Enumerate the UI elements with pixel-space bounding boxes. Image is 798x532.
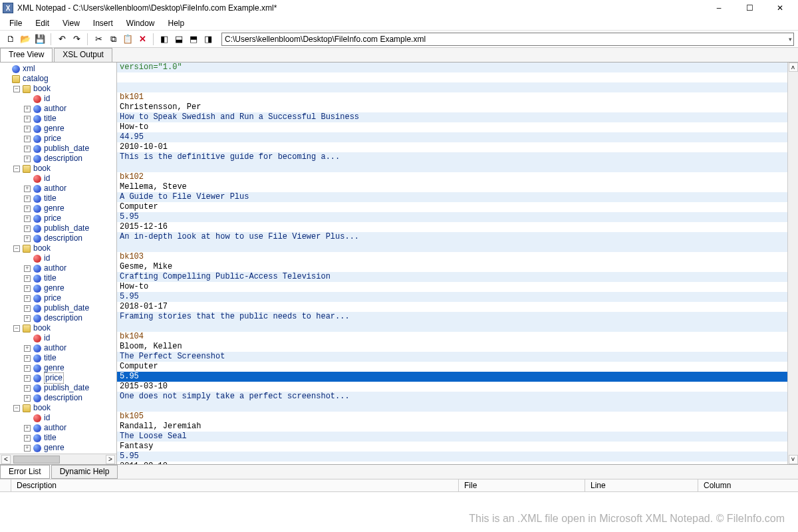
close-button[interactable]: ✕	[765, 0, 795, 16]
tree-node[interactable]: +description	[0, 233, 116, 243]
tree-node[interactable]: −book	[0, 403, 116, 413]
tree-node[interactable]: +price	[0, 293, 116, 303]
expander-icon[interactable]: +	[24, 205, 31, 212]
tree-node[interactable]: +title	[0, 353, 116, 363]
expander-icon[interactable]: +	[24, 136, 31, 142]
expander-icon[interactable]: +	[24, 445, 31, 452]
expander-icon[interactable]: +	[24, 275, 31, 282]
value-row[interactable]: The Loose Seal	[117, 432, 787, 442]
expander-icon[interactable]: +	[24, 225, 31, 232]
menu-file[interactable]: File	[3, 17, 29, 29]
expander-icon[interactable]: +	[24, 196, 31, 202]
expander-icon[interactable]: +	[24, 375, 31, 382]
col-description[interactable]: Description	[11, 479, 459, 491]
value-row[interactable]: 2015-03-10	[117, 382, 787, 392]
expander-icon[interactable]: +	[24, 435, 31, 442]
value-row[interactable]: bk101	[117, 92, 787, 102]
value-row[interactable]: Computer	[117, 362, 787, 372]
tree-node[interactable]: +description	[0, 393, 116, 403]
redo-button[interactable]: ↷	[70, 33, 83, 46]
tree-node[interactable]: +title	[0, 114, 116, 124]
col-line[interactable]: Line	[585, 479, 698, 491]
cut-button[interactable]: ✂	[92, 33, 105, 46]
value-row[interactable]: Computer	[117, 202, 787, 212]
value-row[interactable]: 2018-01-17	[117, 302, 787, 312]
expander-icon[interactable]: +	[24, 126, 31, 132]
tree-column[interactable]: xmlcatalog−bookid+author+title+genre+pri…	[0, 63, 117, 464]
value-row[interactable]	[117, 242, 787, 252]
expander-icon[interactable]: +	[24, 345, 31, 352]
value-row[interactable]: A Guide to File Viewer Plus	[117, 192, 787, 202]
value-row[interactable]: 44.95	[117, 132, 787, 142]
chevron-down-icon[interactable]: ▾	[789, 36, 792, 43]
tab-dynamic-help[interactable]: Dynamic Help	[51, 465, 118, 479]
tab-error-list[interactable]: Error List	[0, 465, 50, 479]
nudge-up-button[interactable]: ⬒	[187, 33, 200, 46]
value-row[interactable]: This is the definitive guide for becomin…	[117, 152, 787, 162]
tree-node[interactable]: id	[0, 333, 116, 343]
value-vscrollbar[interactable]: ʌ v	[787, 63, 798, 464]
expander-icon[interactable]: +	[24, 295, 31, 302]
maximize-button[interactable]: ☐	[734, 0, 765, 16]
value-row[interactable]: 2010-10-01	[117, 142, 787, 152]
value-row[interactable]	[117, 322, 787, 332]
copy-button[interactable]: ⧉	[106, 33, 120, 46]
expander-icon[interactable]: −	[13, 166, 20, 172]
tree-node[interactable]: +publish_date	[0, 303, 116, 313]
expander-icon[interactable]: +	[24, 395, 31, 402]
expander-icon[interactable]: −	[13, 245, 20, 252]
tree-node[interactable]: +title	[0, 194, 116, 203]
value-row[interactable]: 2015-12-16	[117, 222, 787, 232]
tree-node[interactable]: +publish_date	[0, 144, 116, 154]
scroll-thumb[interactable]	[13, 456, 60, 464]
tree-node[interactable]: +genre	[0, 283, 116, 293]
tree-hscrollbar[interactable]: < >	[0, 454, 116, 464]
delete-button[interactable]: ✕	[136, 33, 149, 46]
tree-node[interactable]: −book	[0, 243, 116, 253]
expander-icon[interactable]: +	[24, 156, 31, 162]
value-row[interactable]: Mellema, Steve	[117, 182, 787, 192]
value-row[interactable]: 2011-09-10	[117, 462, 787, 464]
value-row[interactable]: One does not simply take a perfect scree…	[117, 392, 787, 402]
value-row[interactable]: Bloom, Kellen	[117, 342, 787, 352]
nudge-right-button[interactable]: ◨	[201, 33, 215, 46]
menu-edit[interactable]: Edit	[29, 17, 56, 29]
value-row[interactable]: bk104	[117, 332, 787, 342]
col-file[interactable]: File	[459, 479, 585, 491]
nudge-left-button[interactable]: ◧	[158, 33, 171, 46]
value-row[interactable]	[117, 402, 787, 412]
scroll-down-icon[interactable]: v	[789, 455, 798, 464]
tree-node[interactable]: id	[0, 253, 116, 263]
tree-node[interactable]: +author	[0, 104, 116, 114]
value-row[interactable]: 5.95	[117, 292, 787, 302]
undo-button[interactable]: ↶	[55, 33, 68, 46]
tree-node[interactable]: xml	[0, 64, 116, 74]
tree-node[interactable]: +genre	[0, 124, 116, 134]
value-row[interactable]: Crafting Compelling Public-Access Televi…	[117, 272, 787, 282]
nudge-down-button[interactable]: ⬓	[172, 33, 186, 46]
expander-icon[interactable]: +	[24, 425, 31, 432]
expander-icon[interactable]: +	[24, 146, 31, 152]
tab-tree-view[interactable]: Tree View	[0, 48, 53, 62]
value-row[interactable]: 5.95	[117, 452, 787, 462]
expander-icon[interactable]: −	[13, 405, 20, 412]
expander-icon[interactable]: +	[24, 215, 31, 222]
scroll-up-icon[interactable]: ʌ	[789, 63, 798, 72]
value-row[interactable]: An in-depth look at how to use File View…	[117, 232, 787, 242]
tree-node[interactable]: +price	[0, 373, 116, 383]
tree-node[interactable]: +price	[0, 213, 116, 223]
value-row[interactable]: The Perfect Screenshot	[117, 352, 787, 362]
value-row[interactable]: How to Speak Swedish and Run a Successfu…	[117, 112, 787, 122]
tree-node[interactable]: id	[0, 94, 116, 104]
tree-node[interactable]: +genre	[0, 443, 116, 453]
tree-node[interactable]: +author	[0, 263, 116, 273]
tree-node[interactable]: +title	[0, 433, 116, 443]
scroll-left-icon[interactable]: <	[1, 455, 11, 464]
expander-icon[interactable]: +	[24, 315, 31, 322]
value-row[interactable]	[117, 162, 787, 172]
expander-icon[interactable]: +	[24, 116, 31, 122]
value-row[interactable]: Gesme, Mike	[117, 262, 787, 272]
tree-node[interactable]: catalog	[0, 74, 116, 84]
minimize-button[interactable]: –	[704, 0, 734, 16]
expander-icon[interactable]: +	[24, 305, 31, 312]
